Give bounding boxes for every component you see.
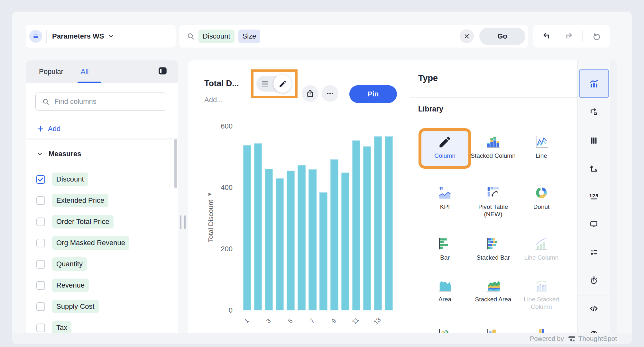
redo-icon[interactable] xyxy=(565,32,573,40)
checkbox-unchecked[interactable] xyxy=(36,196,45,205)
rail-columns-button[interactable] xyxy=(590,136,598,145)
bar[interactable] xyxy=(363,146,371,310)
bar[interactable] xyxy=(319,192,327,310)
reset-icon[interactable] xyxy=(593,32,601,40)
bar[interactable] xyxy=(243,145,251,310)
table-view-icon[interactable] xyxy=(261,79,270,88)
measure-chip[interactable]: Order Total Price xyxy=(52,215,114,228)
measure-row: Org Masked Revenue xyxy=(26,232,178,254)
chart-type-kpi[interactable]: KPI xyxy=(421,182,468,217)
bar[interactable] xyxy=(298,165,306,310)
chart-type-label: Area xyxy=(438,296,451,303)
bar[interactable] xyxy=(385,136,393,310)
chart-type-donut[interactable]: Donut xyxy=(518,182,565,217)
search-icon xyxy=(187,32,195,40)
line-stacked-column-icon xyxy=(534,279,549,293)
add-column-button[interactable]: Add xyxy=(37,125,60,133)
checkbox-checked[interactable] xyxy=(36,175,45,184)
history-toolbar xyxy=(533,25,610,48)
chart-type-column[interactable]: Column xyxy=(421,131,468,166)
checkbox-unchecked[interactable] xyxy=(36,260,45,269)
checkbox-unchecked[interactable] xyxy=(36,281,45,290)
collapse-panel-icon[interactable] xyxy=(158,66,168,76)
search-token-discount[interactable]: Discount xyxy=(198,30,235,43)
share-icon xyxy=(306,89,314,98)
chart-type-label: Stacked Bar xyxy=(476,254,510,262)
measure-chip[interactable]: Supply Cost xyxy=(52,300,99,313)
chart-type-label: Line Stacked Column xyxy=(518,296,565,311)
chart-type-line[interactable]: Line xyxy=(518,131,565,166)
y-axis-tick-label: 600 xyxy=(210,122,233,130)
measure-chip[interactable]: Quantity xyxy=(52,257,87,271)
data-panel-toggle-button[interactable] xyxy=(29,30,42,43)
find-columns-input[interactable] xyxy=(54,97,151,106)
line-icon xyxy=(534,135,549,149)
go-button[interactable]: Go xyxy=(479,28,525,45)
bar[interactable] xyxy=(341,173,349,310)
chart-type-pivot-table-new[interactable]: Pivot Table (NEW) xyxy=(470,182,517,218)
bar[interactable] xyxy=(287,171,295,310)
x-axis-tick-label: 1 xyxy=(243,317,250,325)
clear-search-button[interactable] xyxy=(460,29,474,43)
kpi-icon xyxy=(437,186,452,200)
bar[interactable] xyxy=(352,140,360,310)
find-columns-field[interactable] xyxy=(35,93,167,111)
pin-button[interactable]: Pin xyxy=(349,85,397,103)
checkbox-unchecked[interactable] xyxy=(36,324,45,332)
measure-chip[interactable]: Tax xyxy=(52,321,71,334)
bar[interactable] xyxy=(330,159,338,310)
chart-subtitle[interactable]: Add... xyxy=(204,96,223,104)
chevron-down-icon[interactable] xyxy=(108,33,114,40)
bar[interactable] xyxy=(265,169,273,310)
measure-row: Extended Price xyxy=(26,190,178,211)
checkbox-unchecked[interactable] xyxy=(36,218,45,226)
bar[interactable] xyxy=(374,136,382,310)
chart-type-label: Stacked Area xyxy=(475,296,511,303)
line-column-icon xyxy=(534,237,549,251)
chart-type-stacked-bar[interactable]: Stacked Bar xyxy=(470,233,517,268)
rail-chart-config-button[interactable] xyxy=(579,69,609,98)
measure-chip[interactable]: Extended Price xyxy=(52,194,108,207)
rail-timer-button[interactable] xyxy=(590,276,598,285)
bar[interactable] xyxy=(254,143,262,310)
edit-chart-button[interactable] xyxy=(273,75,292,93)
undo-icon[interactable] xyxy=(542,32,551,40)
divider xyxy=(46,30,47,43)
search-token-size[interactable]: Size xyxy=(238,30,261,43)
x-axis-tick-label: 9 xyxy=(330,317,338,325)
tab-all[interactable]: All xyxy=(81,67,88,76)
active-tab-underline xyxy=(78,82,101,83)
measure-chip[interactable]: Revenue xyxy=(52,279,89,292)
tab-popular[interactable]: Popular xyxy=(39,67,63,76)
rail-code-button[interactable] xyxy=(590,304,598,313)
more-options-button[interactable] xyxy=(322,85,338,102)
rail-swap-axes-button[interactable] xyxy=(590,108,598,116)
scrollbar-thumb[interactable] xyxy=(174,139,177,188)
footer: Powered by ThoughtSpot xyxy=(12,333,632,344)
chart-type-stacked-column[interactable]: Stacked Column xyxy=(470,131,517,166)
chart-type-bar[interactable]: Bar xyxy=(421,233,468,268)
rail-tooltip-button[interactable] xyxy=(590,220,598,229)
chart-type-area[interactable]: Area xyxy=(421,275,468,309)
panel-resize-handle[interactable] xyxy=(180,215,186,229)
chart-type-stacked-area[interactable]: Stacked Area xyxy=(470,275,517,309)
bar[interactable] xyxy=(308,169,317,310)
share-button[interactable] xyxy=(302,85,318,102)
measure-chip[interactable]: Discount xyxy=(52,173,88,186)
checkbox-unchecked[interactable] xyxy=(36,239,45,247)
bar-icon xyxy=(437,237,452,251)
chart-type-label: Line Column xyxy=(524,254,559,262)
rail-legend-button[interactable] xyxy=(590,248,598,257)
answer-card: Total D... Add... Pin ▶ Total Discount S… xyxy=(188,60,617,344)
rail-axes-button[interactable] xyxy=(590,164,598,173)
checkbox-unchecked[interactable] xyxy=(36,302,45,311)
worksheet-selector[interactable]: Parameters WS xyxy=(52,32,104,40)
measures-section-header[interactable]: Measures xyxy=(36,150,81,158)
brand-label: ThoughtSpot xyxy=(578,335,617,343)
rail-number-format-button[interactable]: 123 xyxy=(590,192,598,201)
bar-chart-plot[interactable] xyxy=(243,125,393,310)
measure-chip[interactable]: Org Masked Revenue xyxy=(52,236,129,250)
bar[interactable] xyxy=(276,178,284,310)
y-axis-title[interactable]: Total Discount xyxy=(207,189,215,253)
search-bar[interactable]: Discount Size Go xyxy=(179,25,528,48)
